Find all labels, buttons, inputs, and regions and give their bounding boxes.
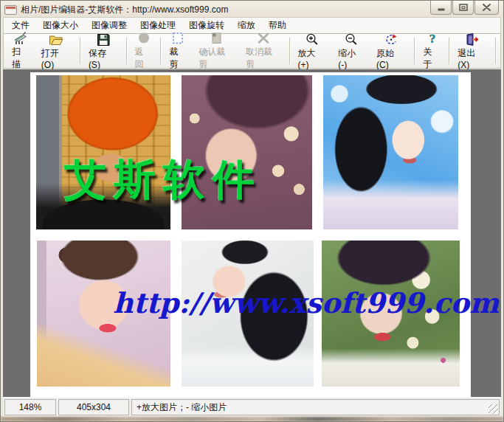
app-icon <box>4 5 17 15</box>
confirm-crop-button[interactable]: 确认裁剪 <box>193 35 240 66</box>
reset-original-icon <box>383 32 399 47</box>
scanner-icon <box>13 31 29 46</box>
maximize-icon <box>459 4 468 11</box>
toolbar-separator <box>160 38 161 64</box>
confirm-crop-icon <box>208 31 224 46</box>
status-bar: 148% 405x304 +放大图片；- 缩小图片 <box>3 397 501 417</box>
status-hint-panel: +放大图片；- 缩小图片 <box>131 399 500 415</box>
status-hint-text: +放大图片；- 缩小图片 <box>137 401 227 414</box>
minimize-button[interactable] <box>430 1 452 15</box>
zoom-out-button-label: 缩小(-) <box>338 47 365 70</box>
open-button-label: 打开(O) <box>41 47 72 70</box>
watermark-brand-text: 艾斯软件 <box>64 152 262 209</box>
close-button[interactable] <box>474 1 499 15</box>
save-button-label: 保存(S) <box>89 47 118 70</box>
cancel-crop-button-label: 取消裁剪 <box>246 46 281 71</box>
image-size-value: 405x304 <box>77 402 111 412</box>
status-zoom-panel: 148% <box>4 399 56 415</box>
cancel-crop-button[interactable]: 取消裁剪 <box>240 35 287 66</box>
about-question-icon: ? <box>424 31 440 46</box>
confirm-crop-button-label: 确认裁剪 <box>199 46 234 71</box>
scan-button-label: 扫描 <box>12 46 30 71</box>
about-button[interactable]: ? 关于 <box>417 35 446 66</box>
photo-3 <box>323 75 458 229</box>
back-circle-icon <box>136 31 152 46</box>
zoom-out-icon <box>343 32 359 47</box>
cancel-crop-icon <box>255 31 272 46</box>
original-size-button[interactable]: 原始(C) <box>370 35 412 66</box>
back-button[interactable]: 返回 <box>129 35 159 66</box>
toolbar-separator <box>495 38 496 64</box>
toolbar-separator <box>126 38 127 64</box>
open-folder-icon <box>48 32 64 47</box>
save-floppy-icon <box>95 32 111 47</box>
save-button[interactable]: 保存(S) <box>83 35 124 66</box>
toolbar: 扫描 打开(O) 保存(S) 返回 裁剪 <box>3 34 501 69</box>
app-window: 相片/图片编辑器-艾斯软件：http://www.xsoft999.com 文件… <box>0 0 504 422</box>
window-controls <box>429 1 499 15</box>
zoom-in-button[interactable]: 放大(+) <box>292 35 333 66</box>
title-bar: 相片/图片编辑器-艾斯软件：http://www.xsoft999.com <box>1 1 503 17</box>
maximize-button[interactable] <box>452 1 474 15</box>
close-icon <box>483 4 491 11</box>
about-button-label: 关于 <box>423 46 441 71</box>
zoom-level-value: 148% <box>19 402 42 412</box>
zoom-in-icon <box>304 32 320 47</box>
desktop-wallpaper-edge <box>1 417 503 421</box>
exit-door-icon <box>464 32 480 47</box>
exit-button[interactable]: 退出(X) <box>452 35 493 66</box>
watermark-url-text: http://www.xsoft999.com <box>113 286 499 319</box>
workspace: 艾斯软件 http://www.xsoft999.com <box>3 69 501 398</box>
toolbar-separator <box>80 38 80 64</box>
toolbar-separator <box>414 38 415 64</box>
resize-grip[interactable] <box>489 404 498 414</box>
crop-button[interactable]: 裁剪 <box>163 35 193 66</box>
svg-text:?: ? <box>429 32 436 46</box>
original-size-button-label: 原始(C) <box>376 47 406 70</box>
image-canvas[interactable]: 艾斯软件 http://www.xsoft999.com <box>30 72 471 398</box>
status-dimensions-panel: 405x304 <box>58 399 129 415</box>
zoom-out-button[interactable]: 缩小(-) <box>332 35 370 66</box>
minimize-icon <box>438 4 445 11</box>
open-button[interactable]: 打开(O) <box>35 35 77 66</box>
crop-button-label: 裁剪 <box>169 46 187 71</box>
toolbar-separator <box>449 38 449 64</box>
window-title: 相片/图片编辑器-艾斯软件：http://www.xsoft999.com <box>21 4 228 16</box>
back-button-label: 返回 <box>135 46 153 71</box>
zoom-in-button-label: 放大(+) <box>298 47 327 70</box>
exit-button-label: 退出(X) <box>458 47 487 70</box>
toolbar-separator <box>289 38 290 64</box>
scan-button[interactable]: 扫描 <box>6 35 35 66</box>
crop-selection-icon <box>170 31 186 46</box>
